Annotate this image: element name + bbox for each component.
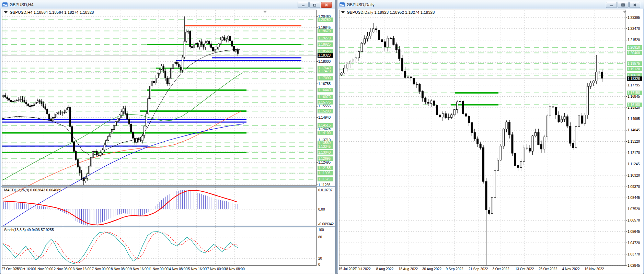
svg-text:1.14100: 1.14100: [318, 131, 331, 135]
mdi-workspace: GBPUSD,H4 GBPUSD,H4 1.18564 1.18564 1.18…: [0, 0, 644, 274]
svg-text:9 Nov 16:00: 9 Nov 16:00: [130, 267, 149, 271]
svg-text:1.18328: 1.18328: [628, 77, 640, 81]
svg-text:1.19120: 1.19120: [628, 67, 640, 71]
svg-text:1.15290: 1.15290: [318, 109, 331, 113]
svg-text:20: 20: [318, 257, 322, 260]
svg-text:1.14940: 1.14940: [318, 116, 331, 119]
svg-text:9 Sep 2022: 9 Sep 2022: [446, 267, 463, 271]
minimize-button[interactable]: [298, 2, 309, 8]
svg-text:1 Nov 00:00: 1 Nov 00:00: [35, 267, 53, 271]
price-axis[interactable]: 1.233951.224701.215201.177951.168451.159…: [626, 16, 642, 267]
svg-text:0: 0: [318, 263, 320, 266]
chart-window-gbpusd-daily[interactable]: GBPUSD,Daily GBPUSD,Daily 1.18923 1.1895…: [337, 0, 644, 273]
svg-text:27 Jul 2022: 27 Jul 2022: [353, 267, 371, 271]
price-axis[interactable]: 1.204601.198451.180001.167851.155551.149…: [317, 15, 333, 187]
svg-text:4 Nov 2022: 4 Nov 2022: [562, 267, 580, 271]
svg-text:1.11905: 1.11905: [318, 171, 331, 175]
svg-text:1.19270: 1.19270: [318, 36, 331, 40]
svg-text:1.18565: 1.18565: [318, 49, 331, 53]
svg-text:1.20460: 1.20460: [628, 51, 640, 55]
svg-text:1.02845: 1.02845: [628, 264, 640, 267]
svg-text:1.20280: 1.20280: [318, 18, 331, 22]
svg-text:1.16785: 1.16785: [318, 82, 331, 86]
svg-text:1.16845: 1.16845: [628, 95, 640, 98]
svg-text:1.17470: 1.17470: [318, 69, 331, 73]
minimize-button[interactable]: [606, 2, 617, 8]
svg-text:18 Nov 08:00: 18 Nov 08:00: [224, 267, 245, 271]
svg-text:1.08445: 1.08445: [628, 196, 640, 200]
svg-text:1.12185: 1.12185: [318, 166, 331, 170]
stoch-label: Stoch(13,3,3) 49.9403 57.9255: [4, 228, 54, 232]
svg-text:1.13040: 1.13040: [318, 151, 331, 154]
svg-text:1.21520: 1.21520: [628, 38, 640, 42]
svg-text:3 Oct 2022: 3 Oct 2022: [493, 267, 509, 271]
svg-text:28 Oct 16:00: 28 Oct 16:00: [15, 267, 35, 271]
close-button[interactable]: [629, 2, 640, 8]
svg-text:1.18925: 1.18925: [318, 43, 331, 46]
svg-text:0.010797: 0.010797: [318, 188, 333, 192]
svg-text:21 Sep 2022: 21 Sep 2022: [469, 267, 488, 271]
svg-text:25 Oct 2022: 25 Oct 2022: [539, 267, 557, 271]
h4-chart-canvas[interactable]: GBPUSD,H4 1.18564 1.18564 1.18274 1.1832…: [1, 9, 335, 274]
close-button[interactable]: [321, 2, 332, 8]
svg-text:1.16070: 1.16070: [318, 95, 331, 99]
svg-text:1.23395: 1.23395: [628, 16, 640, 20]
time-axis[interactable]: 15 Jul 202227 Jul 20228 Aug 202218 Aug 2…: [338, 267, 604, 271]
titlebar-daily[interactable]: GBPUSD,Daily: [337, 0, 644, 9]
svg-text:1.13120: 1.13120: [628, 140, 640, 143]
svg-text:1.06570: 1.06570: [628, 218, 640, 222]
svg-text:1.20910: 1.20910: [628, 46, 640, 49]
svg-text:1.05645: 1.05645: [628, 230, 640, 234]
svg-text:1.17150: 1.17150: [628, 91, 640, 95]
svg-text:1.07520: 1.07520: [628, 207, 640, 211]
svg-text:17 Nov 00:00: 17 Nov 00:00: [205, 267, 226, 271]
time-axis[interactable]: 27 Oct 202228 Oct 16:001 Nov 00:002 Nov …: [1, 267, 245, 271]
svg-text:13 Oct 2022: 13 Oct 2022: [515, 267, 534, 271]
svg-text:18 Aug 2022: 18 Aug 2022: [399, 267, 418, 271]
svg-text:1.11575: 1.11575: [318, 177, 331, 181]
svg-text:1.13560: 1.13560: [318, 141, 331, 145]
ohlc-readout: GBPUSD,H4 1.18564 1.18564 1.18274 1.1832…: [4, 10, 94, 14]
svg-text:1.14045: 1.14045: [628, 128, 640, 132]
svg-text:1.18328: 1.18328: [318, 53, 331, 57]
svg-text:1.09370: 1.09370: [628, 185, 640, 189]
macd-label: MACD(12,26,9) 0.002843 0.004089: [4, 188, 61, 192]
chart-window-icon: [2, 2, 8, 7]
svg-text:1.12695: 1.12695: [318, 157, 331, 160]
restore-button[interactable]: [309, 2, 320, 8]
svg-text:30 Aug 2022: 30 Aug 2022: [422, 267, 442, 271]
svg-text:3 Nov 16:00: 3 Nov 16:00: [73, 267, 91, 271]
svg-text:7 Nov 00:00: 7 Nov 00:00: [92, 267, 111, 271]
svg-text:80: 80: [318, 235, 322, 239]
daily-chart-canvas[interactable]: GBPUSD,Daily 1.18923 1.18952 1.18274 1.1…: [338, 9, 643, 274]
maximize-button[interactable]: [618, 2, 629, 8]
svg-text:1.15775: 1.15775: [318, 100, 331, 104]
svg-text:1.17795: 1.17795: [628, 83, 640, 87]
svg-text:GBPUSD,H4 1.18564 1.18564 1.1: GBPUSD,H4 1.18564 1.18564 1.18274 1.1832…: [10, 10, 94, 14]
svg-text:15 Nov 16:00: 15 Nov 16:00: [186, 267, 207, 271]
svg-text:1.18000: 1.18000: [318, 60, 331, 63]
svg-text:100: 100: [318, 228, 324, 232]
chart-window-gbpusd-h4[interactable]: GBPUSD,H4 GBPUSD,H4 1.18564 1.18564 1.18…: [0, 0, 336, 273]
svg-text:1.17090: 1.17090: [318, 76, 331, 80]
window-title: GBPUSD,Daily: [347, 2, 606, 7]
svg-text:1.12170: 1.12170: [628, 151, 640, 155]
svg-text:1.13345: 1.13345: [318, 145, 331, 148]
svg-text:1.14995: 1.14995: [628, 117, 640, 121]
svg-text:1.22470: 1.22470: [628, 27, 640, 31]
svg-text:1.16440: 1.16440: [318, 88, 331, 92]
svg-text:14 Nov 08:00: 14 Nov 08:00: [167, 267, 188, 271]
svg-text:1.10320: 1.10320: [628, 174, 640, 177]
svg-text:11 Nov 00:00: 11 Nov 00:00: [148, 267, 169, 271]
svg-text:16 Nov 2022: 16 Nov 2022: [585, 267, 604, 271]
svg-text:0.00: 0.00: [318, 207, 325, 211]
svg-text:1.16160: 1.16160: [628, 103, 640, 107]
svg-text:1.15555: 1.15555: [318, 104, 331, 108]
svg-text:-0.009342: -0.009342: [318, 222, 334, 226]
titlebar-h4[interactable]: GBPUSD,H4: [0, 0, 335, 9]
ohlc-readout: GBPUSD,Daily 1.18923 1.18952 1.18274 1.1…: [341, 10, 435, 14]
svg-text:1.19575: 1.19575: [628, 62, 640, 65]
svg-text:1.12495: 1.12495: [318, 160, 331, 164]
chart-window-icon: [340, 2, 345, 7]
svg-text:1.03770: 1.03770: [628, 252, 640, 256]
